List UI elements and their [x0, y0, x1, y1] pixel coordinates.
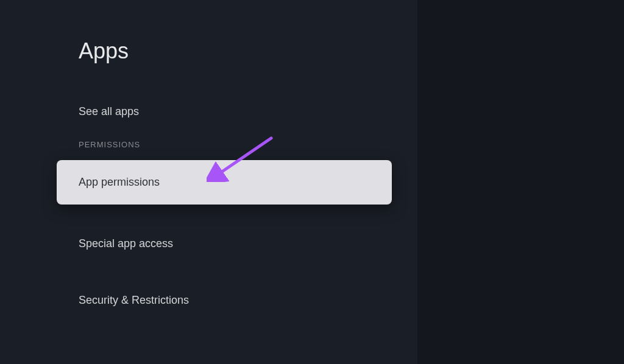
page-title: Apps	[79, 38, 417, 64]
list-item-special-app-access[interactable]: Special app access	[57, 230, 417, 257]
list-item-app-permissions[interactable]: App permissions	[57, 160, 392, 205]
list-item-security-restrictions[interactable]: Security & Restrictions	[57, 287, 417, 314]
settings-main-panel: Apps See all apps PERMISSIONS App permis…	[0, 0, 417, 364]
section-header-permissions: PERMISSIONS	[57, 140, 417, 149]
list-item-see-all-apps[interactable]: See all apps	[57, 98, 417, 125]
list-item-label: App permissions	[79, 176, 160, 188]
settings-side-panel	[417, 0, 624, 364]
